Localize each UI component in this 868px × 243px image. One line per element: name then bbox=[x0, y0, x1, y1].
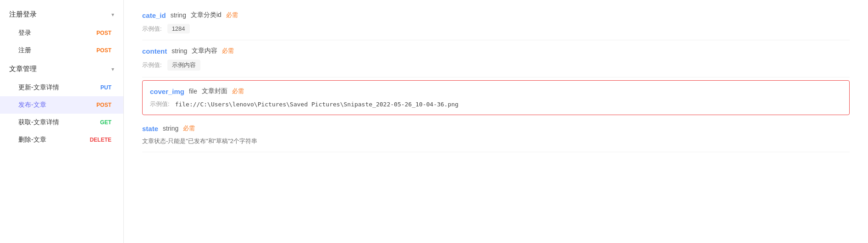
sidebar-item-get-article-method: GET bbox=[97, 118, 114, 127]
sidebar-item-get-article[interactable]: 获取-文章详情 GET bbox=[0, 114, 123, 131]
param-cover-img-desc: 文章封面 bbox=[202, 87, 227, 95]
param-cate-id: cate_id string 文章分类id 必需 示例值: 1284 bbox=[142, 5, 850, 40]
param-state-type: string bbox=[163, 125, 178, 132]
sidebar-item-publish-article-label: 发布-文章 bbox=[18, 101, 46, 109]
sidebar-item-publish-article-method: POST bbox=[94, 101, 114, 109]
param-content-header: content string 文章内容 必需 bbox=[142, 47, 850, 55]
sidebar-group-register-label: 注册登录 bbox=[9, 10, 37, 19]
param-state-header: state string 必需 bbox=[142, 124, 850, 133]
param-content-example-value: 示例内容 bbox=[167, 60, 200, 71]
sidebar-item-delete-article-method: DELETE bbox=[87, 136, 114, 144]
param-state-sub-desc: 文章状态-只能是"已发布"和"草稿"2个字符串 bbox=[142, 137, 850, 145]
param-content: content string 文章内容 必需 示例值: 示例内容 bbox=[142, 40, 850, 77]
sidebar-item-update-article-method: PUT bbox=[98, 83, 114, 92]
param-cate-id-name: cate_id bbox=[142, 11, 166, 19]
sidebar-item-delete-article-label: 删除-文章 bbox=[18, 136, 46, 144]
param-cover-img-name: cover_img bbox=[150, 88, 184, 95]
sidebar-group-articles[interactable]: 文章管理 ▾ bbox=[0, 59, 123, 79]
sidebar-item-login-label: 登录 bbox=[18, 29, 31, 37]
param-cover-img-example: 示例值: file://C:\Users\lenovo\Pictures\Sav… bbox=[150, 100, 842, 108]
sidebar-item-publish-article[interactable]: 发布-文章 POST bbox=[0, 96, 123, 114]
sidebar-item-update-article[interactable]: 更新-文章详情 PUT bbox=[0, 79, 123, 96]
sidebar-item-register-method: POST bbox=[94, 46, 114, 55]
param-state-name: state bbox=[142, 125, 158, 133]
sidebar-item-login[interactable]: 登录 POST bbox=[0, 24, 123, 42]
param-cover-img-example-value: file://C:\Users\lenovo\Pictures\Saved Pi… bbox=[175, 101, 459, 108]
param-cate-id-type: string bbox=[171, 11, 186, 19]
sidebar-item-get-article-label: 获取-文章详情 bbox=[18, 118, 59, 127]
sidebar-item-delete-article[interactable]: 删除-文章 DELETE bbox=[0, 131, 123, 149]
param-state: state string 必需 文章状态-只能是"已发布"和"草稿"2个字符串 bbox=[142, 118, 850, 152]
param-content-example: 示例值: 示例内容 bbox=[142, 60, 850, 71]
param-cate-id-desc: 文章分类id bbox=[191, 11, 221, 19]
main-content: cate_id string 文章分类id 必需 示例值: 1284 conte… bbox=[124, 0, 868, 243]
sidebar-group-articles-label: 文章管理 bbox=[9, 65, 37, 73]
sidebar-item-register-label: 注册 bbox=[18, 46, 31, 55]
param-cover-img-required: 必需 bbox=[232, 87, 244, 95]
param-state-required: 必需 bbox=[183, 124, 195, 133]
param-cate-id-example-label: 示例值: bbox=[142, 25, 162, 33]
param-cover-img-type: file bbox=[189, 88, 197, 95]
sidebar-item-update-article-label: 更新-文章详情 bbox=[18, 83, 59, 92]
param-cover-img-header: cover_img file 文章封面 必需 bbox=[150, 87, 842, 95]
param-content-name: content bbox=[142, 47, 167, 55]
param-content-example-label: 示例值: bbox=[142, 61, 162, 69]
chevron-down-icon: ▾ bbox=[111, 11, 114, 18]
sidebar-item-register[interactable]: 注册 POST bbox=[0, 42, 123, 59]
sidebar-group-register[interactable]: 注册登录 ▾ bbox=[0, 5, 123, 24]
param-cate-id-example: 示例值: 1284 bbox=[142, 24, 850, 33]
chevron-down-icon-2: ▾ bbox=[111, 66, 114, 72]
sidebar: 注册登录 ▾ 登录 POST 注册 POST 文章管理 ▾ 更新-文章详情 PU… bbox=[0, 0, 124, 243]
param-cover-img: cover_img file 文章封面 必需 示例值: file://C:\Us… bbox=[142, 80, 850, 115]
param-cate-id-required: 必需 bbox=[226, 11, 238, 19]
param-cover-img-example-label: 示例值: bbox=[150, 100, 170, 108]
param-content-required: 必需 bbox=[222, 47, 234, 55]
param-cate-id-example-value: 1284 bbox=[167, 24, 190, 33]
param-content-type: string bbox=[171, 47, 187, 55]
param-content-desc: 文章内容 bbox=[192, 47, 217, 55]
sidebar-item-login-method: POST bbox=[94, 29, 114, 37]
param-cate-id-header: cate_id string 文章分类id 必需 bbox=[142, 11, 850, 19]
